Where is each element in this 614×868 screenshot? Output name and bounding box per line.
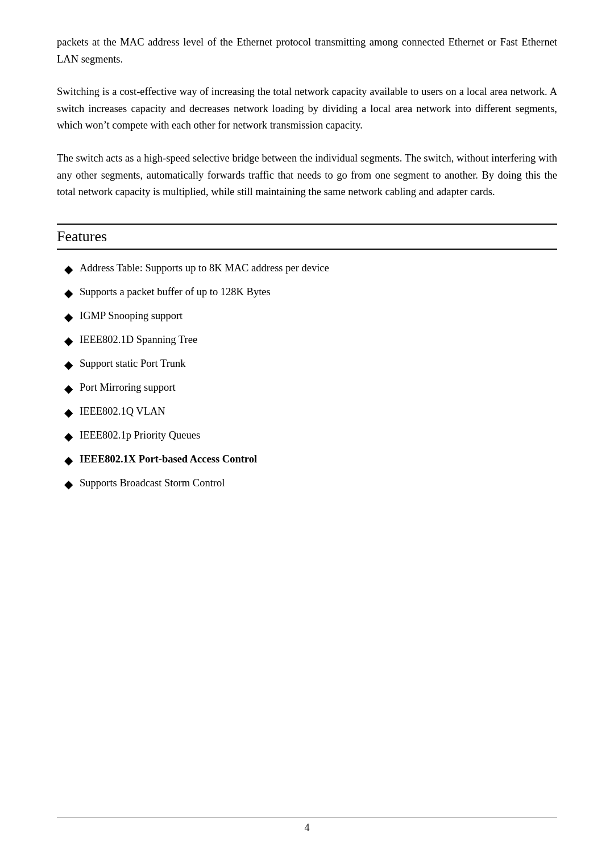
features-section: Features ◆ Address Table: Supports up to… <box>57 224 557 493</box>
page-number: 4 <box>57 822 557 834</box>
bullet-icon: ◆ <box>57 332 80 350</box>
list-item: ◆ IEEE802.1D Spanning Tree <box>57 332 557 350</box>
feature-text: Supports a packet buffer of up to 128K B… <box>80 284 557 300</box>
list-item: ◆ IEEE802.1p Priority Queues <box>57 427 557 445</box>
page: packets at the MAC address level of the … <box>0 0 614 868</box>
paragraph-1: packets at the MAC address level of the … <box>57 34 557 68</box>
list-item: ◆ Supports Broadcast Storm Control <box>57 475 557 493</box>
list-item: ◆ Support static Port Trunk <box>57 356 557 374</box>
paragraph-2: Switching is a cost-effective way of inc… <box>57 84 557 134</box>
feature-text: IEEE802.1Q VLAN <box>80 403 557 420</box>
feature-text: IEEE802.1D Spanning Tree <box>80 332 557 348</box>
features-title: Features <box>57 228 107 245</box>
bullet-icon: ◆ <box>57 261 80 278</box>
list-item: ◆ IEEE802.1Q VLAN <box>57 403 557 421</box>
bullet-icon: ◆ <box>57 452 80 469</box>
feature-text: Port Mirroring support <box>80 379 557 396</box>
feature-text: IGMP Snooping support <box>80 308 557 324</box>
list-item: ◆ IEEE802.1X Port-based Access Control <box>57 451 557 469</box>
bullet-icon: ◆ <box>57 284 80 302</box>
list-item: ◆ Port Mirroring support <box>57 379 557 398</box>
bullet-icon: ◆ <box>57 308 80 326</box>
feature-text-bold: IEEE802.1X Port-based Access Control <box>80 451 557 468</box>
footer: 4 <box>57 817 557 834</box>
bullet-icon: ◆ <box>57 404 80 421</box>
feature-text: Supports Broadcast Storm Control <box>80 475 557 491</box>
bullet-icon: ◆ <box>57 428 80 445</box>
bullet-icon: ◆ <box>57 380 80 398</box>
feature-text: Support static Port Trunk <box>80 356 557 372</box>
features-list: ◆ Address Table: Supports up to 8K MAC a… <box>57 260 557 493</box>
list-item: ◆ IGMP Snooping support <box>57 308 557 326</box>
list-item: ◆ Address Table: Supports up to 8K MAC a… <box>57 260 557 278</box>
footer-rule <box>57 817 557 817</box>
paragraph-3: The switch acts as a high-speed selectiv… <box>57 150 557 201</box>
bullet-icon: ◆ <box>57 476 80 493</box>
bullet-icon: ◆ <box>57 356 80 374</box>
feature-text: IEEE802.1p Priority Queues <box>80 427 557 444</box>
list-item: ◆ Supports a packet buffer of up to 128K… <box>57 284 557 302</box>
features-header: Features <box>57 224 557 250</box>
feature-text: Address Table: Supports up to 8K MAC add… <box>80 260 557 276</box>
